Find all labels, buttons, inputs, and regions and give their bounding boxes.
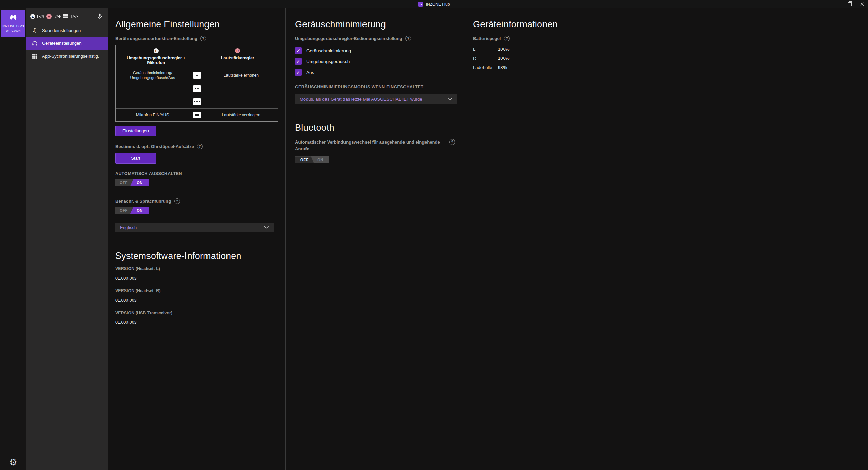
table-cell-right: Lautstärke erhöhen xyxy=(204,69,278,82)
table-header-right: R Lautstärkeregler xyxy=(197,45,278,69)
checkbox-checked-icon xyxy=(295,47,302,54)
checkbox-checked-icon xyxy=(295,69,302,76)
device-model: WF-G700N xyxy=(6,29,21,32)
titlebar-title-group: INZONE Hub xyxy=(418,2,450,7)
checkbox-off[interactable]: Aus xyxy=(295,69,457,76)
device-tile[interactable]: INZONE Buds WF-G700N xyxy=(1,10,25,37)
table-cell-left: Mikrofon EIN/AUS xyxy=(116,109,190,121)
battery-row-value: 100% xyxy=(498,56,509,61)
table-row: Mikrofon EIN/AUS Lautstärke verringern xyxy=(116,109,278,121)
version-label: VERSION (USB-Transceiver) xyxy=(115,311,278,315)
table-row: Geräuschminimierung/ Umgebungsgeräusch/A… xyxy=(116,69,278,82)
table-cell-left: - xyxy=(116,82,190,95)
battery-row-value: 93% xyxy=(498,65,507,70)
version-value: 01.000.003 xyxy=(115,276,278,281)
eartip-label: Bestimm. d. opt. Ohrstöpsel-Aufsätze xyxy=(115,144,194,149)
noise-cancelling-column: Geräuschminimierung Umgebungsgeräuschreg… xyxy=(286,8,466,470)
checkbox-ambient-sound[interactable]: Umgebungsgeräusch xyxy=(295,58,457,65)
toggle-on-label: ON xyxy=(130,207,149,214)
battery-row-left: L 100% xyxy=(473,46,861,51)
charging-case-icon xyxy=(63,14,69,19)
minimize-button[interactable] xyxy=(831,0,844,8)
sidebar-item-app-sync-settings[interactable]: App-Sychronisierungseinstlg. xyxy=(26,50,108,62)
language-dropdown[interactable]: Englisch xyxy=(115,223,274,232)
help-icon[interactable] xyxy=(449,139,455,145)
table-header-left: L Umgebungsgeräuschregler + Mikrofon xyxy=(116,45,197,69)
close-button[interactable] xyxy=(856,0,868,8)
microphone-icon xyxy=(97,13,102,19)
bt-auto-switch-toggle[interactable]: OFF ON xyxy=(295,156,329,163)
main-content: Allgemeine Einstellungen Berührungssenso… xyxy=(108,8,868,470)
table-cell-right: Lautstärke verringern xyxy=(204,109,278,121)
checkbox-noise-cancelling[interactable]: Geräuschminimierung xyxy=(295,47,457,54)
battery-level-list: L 100% R 100% Ladehülle 93% xyxy=(473,46,861,70)
table-header-left-label: Umgebungsgeräuschregler + Mikrofon xyxy=(118,56,195,65)
anc-mode-label: GERÄUSCHMINIMIERUNGSMODUS WENN EINGESCHA… xyxy=(295,84,457,89)
anc-mode-dropdown[interactable]: Modus, als das Gerät das letzte Mal AUSG… xyxy=(295,94,457,104)
table-cell-gesture xyxy=(190,109,204,121)
version-label: VERSION (Headset: R) xyxy=(115,288,278,293)
table-cell-left: - xyxy=(116,95,190,108)
window-title: INZONE Hub xyxy=(426,2,450,7)
tap-hold-icon xyxy=(193,112,201,118)
auto-off-toggle[interactable]: OFF ON xyxy=(115,179,149,186)
headphones-icon xyxy=(32,41,38,46)
start-button[interactable]: Start xyxy=(115,153,156,164)
restore-icon xyxy=(848,2,852,6)
anc-mode-dropdown-value: Modus, als das Gerät das letzte Mal AUSG… xyxy=(300,97,422,102)
checkbox-checked-icon xyxy=(295,58,302,65)
chevron-down-icon xyxy=(264,226,269,229)
device-status-row: L R xyxy=(26,12,108,21)
help-icon[interactable] xyxy=(197,144,203,149)
tap-three-times-icon xyxy=(193,98,201,105)
battery-row-right: R 100% xyxy=(473,56,861,60)
bt-auto-switch-label: Automatischer Verbindungswechsel für aus… xyxy=(295,139,440,151)
toggle-off-label: OFF xyxy=(115,179,132,186)
close-icon xyxy=(860,2,864,6)
settings-button[interactable]: Einstellungen xyxy=(115,126,156,136)
help-icon[interactable] xyxy=(200,36,206,41)
sidebar-item-device-settings[interactable]: Geräteeinstellungen xyxy=(26,37,108,50)
app-body: INZONE Buds WF-G700N ⚙ L R ♫ Soundeinste… xyxy=(0,8,868,470)
tap-twice-icon xyxy=(193,85,201,92)
inzone-logo-icon xyxy=(418,2,423,7)
voice-guidance-toggle[interactable]: OFF ON xyxy=(115,207,149,214)
system-software-title: Systemsoftware-Informationen xyxy=(115,251,278,261)
touch-sensor-table-header: L Umgebungsgeräuschregler + Mikrofon R L… xyxy=(116,45,278,69)
battery-row-label: R xyxy=(473,56,498,61)
battery-row-label: L xyxy=(473,46,498,52)
version-label: VERSION (Headset: L) xyxy=(115,266,278,271)
sidebar-item-sound-settings[interactable]: ♫ Soundeinstellungen xyxy=(26,24,108,37)
anc-control-label: Umgebungsgeräuschregler-Bedienungseinste… xyxy=(295,36,402,41)
gear-icon[interactable]: ⚙ xyxy=(9,458,17,467)
help-icon[interactable] xyxy=(504,36,510,41)
toggle-on-label: ON xyxy=(130,179,149,186)
page-title-noise-cancelling: Geräuschminimierung xyxy=(295,19,457,30)
auto-off-label: AUTOMATISCH AUSSCHALTEN xyxy=(115,171,278,176)
device-name: INZONE Buds xyxy=(2,24,24,28)
help-icon[interactable] xyxy=(405,36,411,41)
help-icon[interactable] xyxy=(174,198,180,204)
page-title-device-info: Geräteinformationen xyxy=(473,19,861,30)
version-value: 01.000.003 xyxy=(115,320,278,325)
microphone-button[interactable] xyxy=(97,13,102,19)
battery-case-icon xyxy=(71,15,78,18)
battery-row-value: 100% xyxy=(498,46,509,52)
sidebar-item-label: App-Sychronisierungseinstlg. xyxy=(42,54,99,59)
checkbox-label: Aus xyxy=(306,70,314,75)
sidebar-item-label: Soundeinstellungen xyxy=(42,28,81,33)
right-bud-badge-icon: R xyxy=(235,48,240,53)
restore-button[interactable] xyxy=(844,0,856,8)
left-bud-badge-icon: L xyxy=(30,14,35,19)
checkbox-label: Umgebungsgeräusch xyxy=(306,59,350,64)
toggle-off-label: OFF xyxy=(295,156,314,163)
sidebar-nav: L R ♫ Soundeinstellungen Geräteeinstellu… xyxy=(26,8,108,470)
battery-row-label: Ladehülle xyxy=(473,65,498,70)
music-note-icon: ♫ xyxy=(32,27,38,33)
grid-icon xyxy=(32,54,38,59)
eartip-label-row: Bestimm. d. opt. Ohrstöpsel-Aufsätze xyxy=(115,144,278,149)
table-cell-right: - xyxy=(204,82,278,95)
device-rail: INZONE Buds WF-G700N ⚙ xyxy=(0,8,26,470)
app-window: INZONE Hub INZONE Buds WF-G700N ⚙ L R xyxy=(0,0,868,470)
touch-sensor-label-row: Berührungssensorfunktion-Einstellung xyxy=(115,36,278,41)
